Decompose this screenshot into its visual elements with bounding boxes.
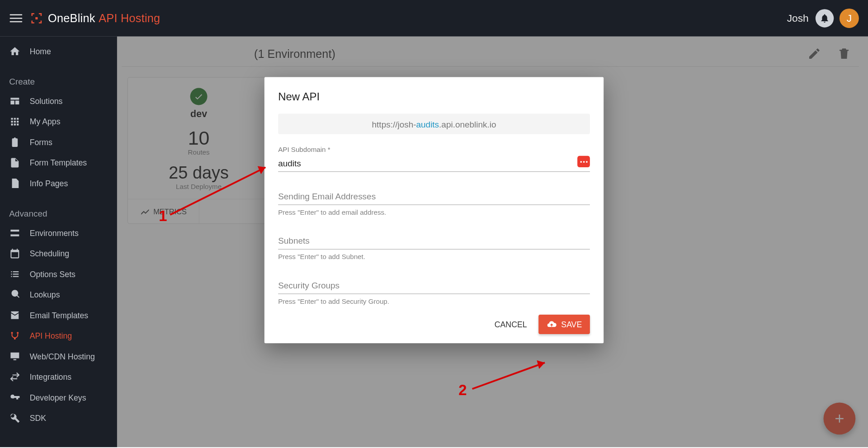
nav-label: Environments	[30, 228, 79, 237]
app-bar: OneBlinkAPI Hosting Josh J	[0, 0, 868, 37]
nav-forms[interactable]: Forms	[0, 132, 117, 152]
email-input[interactable]	[278, 190, 590, 205]
url-suffix: .api.oneblink.io	[439, 119, 496, 128]
page-icon	[9, 178, 20, 189]
key-icon	[9, 392, 20, 403]
nav-label: Solutions	[30, 96, 63, 105]
nav-label: Email Templates	[30, 311, 88, 320]
search-doc-icon	[9, 289, 20, 300]
nav-sdk[interactable]: SDK	[0, 408, 117, 428]
monitor-icon	[9, 351, 20, 362]
apps-icon	[9, 116, 20, 127]
mail-icon	[9, 310, 20, 321]
notifications-button[interactable]	[816, 9, 834, 27]
save-button[interactable]: SAVE	[538, 315, 590, 334]
user-name: Josh	[787, 12, 809, 24]
nav-environments[interactable]: Environments	[0, 223, 117, 243]
nav-lookups[interactable]: Lookups	[0, 284, 117, 305]
brand-blink: Blink	[70, 12, 95, 24]
menu-icon[interactable]	[9, 11, 23, 25]
url-prefix: https://josh-	[372, 119, 416, 128]
brand-title: OneBlinkAPI Hosting	[48, 12, 160, 25]
nav-label: Integrations	[30, 373, 71, 382]
branch-icon	[9, 330, 20, 341]
nav-scheduling[interactable]: Scheduling	[0, 243, 117, 264]
save-label: SAVE	[561, 320, 582, 329]
clipboard-icon	[9, 137, 20, 148]
nav-options-sets[interactable]: Options Sets	[0, 264, 117, 284]
nav-section-create: Create	[0, 67, 117, 91]
subdomain-label: API Subdomain *	[278, 146, 590, 154]
brand-one: One	[48, 12, 70, 24]
email-help: Press "Enter" to add email address.	[278, 208, 590, 217]
new-api-dialog: New API https://josh-audits.api.oneblink…	[264, 77, 604, 344]
cloud-upload-icon	[546, 319, 557, 330]
nav-email-templates[interactable]: Email Templates	[0, 305, 117, 325]
nav-api-hosting[interactable]: API Hosting	[0, 325, 117, 346]
nav-label: Scheduling	[30, 249, 70, 258]
nav-form-templates[interactable]: Form Templates	[0, 152, 117, 173]
svg-rect-0	[35, 17, 38, 19]
brand-section: API Hosting	[99, 12, 160, 24]
swap-icon	[9, 371, 20, 382]
nav-my-apps[interactable]: My Apps	[0, 111, 117, 132]
nav-label: Lookups	[30, 290, 60, 299]
nav-info-pages[interactable]: Info Pages	[0, 173, 117, 193]
nav-web-cdn-hosting[interactable]: Web/CDN Hosting	[0, 346, 117, 366]
url-preview: https://josh-audits.api.oneblink.io	[278, 113, 590, 134]
password-manager-icon[interactable]	[577, 156, 590, 167]
calendar-icon	[9, 248, 20, 259]
dialog-title: New API	[278, 91, 590, 104]
subnets-field: Subnets Press "Enter" to add Subnet.	[278, 235, 590, 261]
svg-point-2	[17, 332, 19, 334]
nav-label: Form Templates	[30, 158, 87, 167]
security-groups-help: Press "Enter" to add Security Group.	[278, 297, 590, 306]
nav-label: API Hosting	[30, 331, 72, 340]
bell-icon	[820, 13, 830, 24]
security-groups-input[interactable]	[278, 279, 590, 294]
layers-icon	[9, 227, 20, 239]
subnets-input[interactable]	[278, 235, 590, 250]
home-icon	[9, 46, 20, 57]
security-groups-field: Security Groups Press "Enter" to add Sec…	[278, 279, 590, 306]
subdomain-input[interactable]	[278, 157, 590, 172]
nav-label: My Apps	[30, 117, 61, 126]
user-avatar[interactable]: J	[840, 9, 859, 28]
avatar-initial: J	[847, 12, 852, 24]
nav-label: Forms	[30, 137, 52, 146]
nav-label: Info Pages	[30, 179, 68, 188]
url-highlight: audits	[416, 119, 439, 128]
nav-developer-keys[interactable]: Developer Keys	[0, 387, 117, 407]
file-plus-icon	[9, 157, 20, 168]
svg-point-1	[11, 332, 13, 334]
nav-label: Web/CDN Hosting	[30, 352, 95, 361]
nav-label: Developer Keys	[30, 393, 86, 402]
cancel-button[interactable]: CANCEL	[490, 315, 532, 333]
nav-label: SDK	[30, 414, 46, 423]
subdomain-field: API Subdomain *	[278, 146, 590, 172]
nav-section-advanced: Advanced	[0, 199, 117, 223]
nav-label: Options Sets	[30, 269, 75, 278]
cancel-label: CANCEL	[495, 320, 527, 329]
brand-logo-icon	[30, 11, 43, 25]
list-icon	[9, 269, 20, 280]
nav-solutions[interactable]: Solutions	[0, 91, 117, 111]
nav-home[interactable]: Home	[0, 41, 117, 61]
nav-label: Home	[30, 47, 51, 56]
wrench-icon	[9, 412, 20, 424]
nav-integrations[interactable]: Integrations	[0, 367, 117, 387]
email-field: Sending Email Addresses Press "Enter" to…	[278, 190, 590, 217]
subnets-help: Press "Enter" to add Subnet.	[278, 253, 590, 261]
sidebar: Home Create Solutions My Apps Forms Form…	[0, 37, 117, 447]
solutions-icon	[9, 95, 20, 107]
